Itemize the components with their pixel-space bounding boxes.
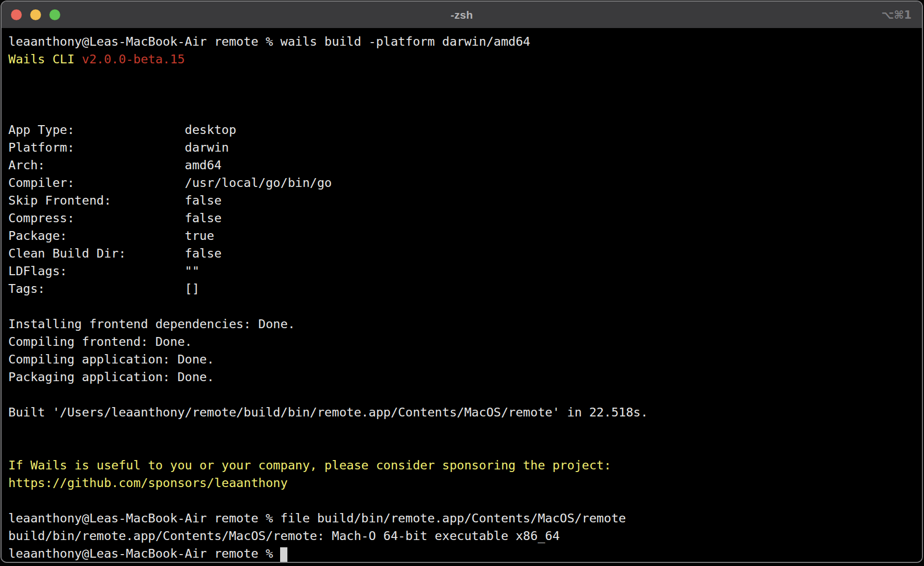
text-segment: Installing frontend dependencies: Done. bbox=[8, 317, 295, 331]
text-segment: https://github.com/sponsors/leaanthony bbox=[8, 476, 288, 490]
terminal-line bbox=[8, 421, 922, 439]
terminal-line: Packaging application: Done. bbox=[8, 368, 922, 386]
terminal-line bbox=[8, 86, 922, 103]
text-segment: Packaging application: Done. bbox=[8, 370, 214, 384]
text-segment: leaanthony@Leas-MacBook-Air remote % fil… bbox=[8, 511, 626, 525]
terminal-line bbox=[8, 492, 922, 509]
terminal-line: Compress: false bbox=[8, 209, 922, 227]
terminal-cursor bbox=[280, 547, 287, 562]
terminal-line: Wails CLI v2.0.0-beta.15 bbox=[8, 50, 922, 68]
terminal-line: Clean Build Dir: false bbox=[8, 245, 922, 262]
terminal-line: Built '/Users/leaanthony/remote/build/bi… bbox=[8, 403, 922, 421]
text-segment: Built '/Users/leaanthony/remote/build/bi… bbox=[8, 405, 648, 420]
text-segment: build/bin/remote.app/Contents/MacOS/remo… bbox=[8, 529, 560, 543]
text-segment: Compiling application: Done. bbox=[8, 352, 214, 367]
text-segment: Wails CLI bbox=[8, 52, 82, 66]
terminal-line: Installing frontend dependencies: Done. bbox=[8, 315, 922, 333]
text-segment: App Type: desktop bbox=[8, 123, 236, 137]
terminal-line: App Type: desktop bbox=[8, 121, 922, 139]
text-segment: Compiling frontend: Done. bbox=[8, 334, 192, 349]
terminal-line: Compiler: /usr/local/go/bin/go bbox=[8, 174, 922, 192]
text-segment: LDFlags: "" bbox=[8, 264, 200, 278]
text-segment: Skip Frontend: false bbox=[8, 193, 221, 208]
terminal-line: Package: true bbox=[8, 227, 922, 245]
titlebar[interactable]: -zsh ⌥⌘1 bbox=[2, 2, 922, 29]
terminal-line: leaanthony@Leas-MacBook-Air remote % wai… bbox=[8, 33, 922, 50]
terminal-line: Platform: darwin bbox=[8, 139, 922, 156]
minimize-button[interactable] bbox=[30, 9, 41, 20]
text-segment: Tags: [] bbox=[8, 281, 200, 296]
text-segment: Compiler: /usr/local/go/bin/go bbox=[8, 176, 332, 190]
terminal-line: Tags: [] bbox=[8, 280, 922, 298]
close-button[interactable] bbox=[11, 9, 22, 20]
text-segment: leaanthony@Leas-MacBook-Air remote % wai… bbox=[8, 34, 531, 49]
terminal-output-area[interactable]: leaanthony@Leas-MacBook-Air remote % wai… bbox=[2, 29, 922, 562]
terminal-line: Skip Frontend: false bbox=[8, 192, 922, 209]
terminal-line bbox=[8, 298, 922, 315]
terminal-line: leaanthony@Leas-MacBook-Air remote % bbox=[8, 545, 922, 562]
terminal-line: leaanthony@Leas-MacBook-Air remote % fil… bbox=[8, 509, 922, 527]
terminal-line: Compiling application: Done. bbox=[8, 351, 922, 368]
window-title: -zsh bbox=[2, 9, 922, 21]
terminal-line bbox=[8, 386, 922, 403]
terminal-line bbox=[8, 68, 922, 86]
text-segment: Platform: darwin bbox=[8, 140, 229, 155]
text-segment: v2.0.0-beta.15 bbox=[82, 52, 184, 66]
terminal-line: Arch: amd64 bbox=[8, 156, 922, 174]
terminal-line bbox=[8, 439, 922, 456]
terminal-line: If Wails is useful to you or your compan… bbox=[8, 456, 922, 474]
terminal-line: https://github.com/sponsors/leaanthony bbox=[8, 474, 922, 492]
zoom-button[interactable] bbox=[49, 9, 60, 20]
text-segment: If Wails is useful to you or your compan… bbox=[8, 458, 611, 473]
terminal-window: -zsh ⌥⌘1 leaanthony@Leas-MacBook-Air rem… bbox=[1, 1, 923, 563]
terminal-line bbox=[8, 103, 922, 121]
tab-shortcut-badge: ⌥⌘1 bbox=[881, 2, 912, 28]
text-segment: Compress: false bbox=[8, 211, 221, 225]
text-segment: Package: true bbox=[8, 228, 214, 243]
terminal-line: LDFlags: "" bbox=[8, 262, 922, 280]
text-segment: leaanthony@Leas-MacBook-Air remote % bbox=[8, 546, 280, 561]
traffic-lights bbox=[11, 2, 60, 28]
text-segment: Clean Build Dir: false bbox=[8, 246, 221, 261]
terminal-line: build/bin/remote.app/Contents/MacOS/remo… bbox=[8, 527, 922, 545]
text-segment: Arch: amd64 bbox=[8, 158, 221, 172]
terminal-line: Compiling frontend: Done. bbox=[8, 333, 922, 351]
